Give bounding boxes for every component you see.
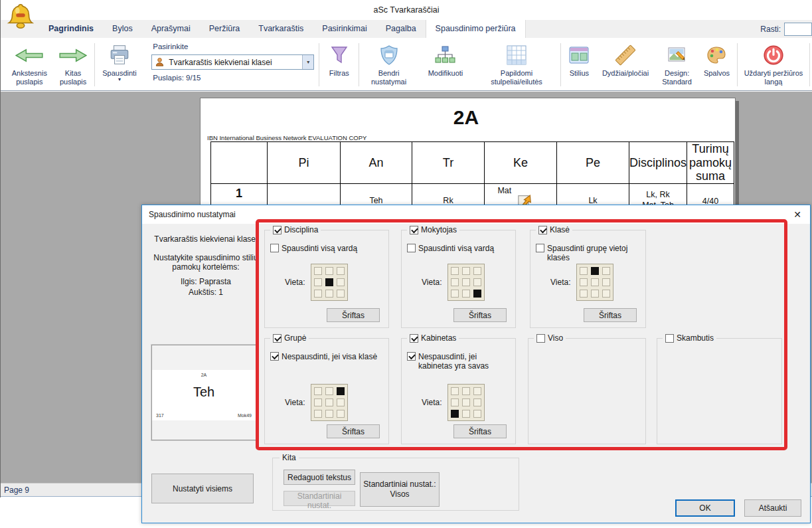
ribbon-separator [809,43,810,86]
disciplina-fullname-checkbox[interactable] [270,244,279,252]
general-settings-button[interactable]: Bendri nustatymai [361,41,416,89]
select-caption: Pasirinkite [153,43,317,50]
ribbon-separator [737,43,738,86]
length-setting: Ilgis: Paprasta [146,277,266,286]
screen: aSc Tvarkaraščiai Pagrindinis Bylos Apra… [0,0,812,528]
prev-page-button[interactable]: Ankstesnis puslapis [5,41,54,89]
extra-columns-button[interactable]: Papildomi stulpeliai/eilutės [475,41,558,89]
title-bar: aSc Tvarkaraščiai [1,0,812,20]
tab-tvarkarastis[interactable]: Tvarkaraštis [249,20,313,38]
design-picture-icon [667,43,688,67]
filter-button[interactable]: Filtras [321,41,357,89]
disciplina-position-grid[interactable] [311,264,348,301]
kabinetas-checkbox[interactable] [410,334,418,343]
hierarchy-icon [434,43,456,67]
tab-pagrindinis[interactable]: Pagrindinis [39,20,103,38]
window-title: aSc Tvarkaraščiai [1,5,812,15]
group-klase: Klasė Spausdinti grupę vietoj klasės Vie… [530,230,646,328]
funnel-icon [329,43,350,67]
grupe-skip-checkbox[interactable] [270,352,279,361]
kabinetas-font-button[interactable]: Šriftas [453,424,507,438]
ruler-icon [614,43,637,67]
timetable-header-row: Pi An Tr Ke Pe Disciplinos Turimųpamokųs… [211,142,734,184]
palette-icon [706,43,727,67]
defaults-all-button[interactable]: Standartiniai nustat.:Visos [360,472,440,507]
kabinetas-position-grid[interactable] [447,384,485,421]
klase-group-checkbox[interactable] [536,244,544,252]
dialog-title: Spausdinimo nustatymai [149,205,810,224]
menu-tab-bar: Pagrindinis Bylos Aprašymai Peržiūra Tva… [1,20,812,38]
page-indicator: Puslapis: 9/15 [153,74,201,82]
timetable-type-dropdown[interactable]: Tvarkaraštis kiekvienai klasei ▾ [151,54,314,70]
tab-perziura[interactable]: Peržiūra [200,20,250,38]
next-page-button[interactable]: Kitas puslapis [54,41,92,89]
close-preview-button[interactable]: Uždaryti peržiūros langą [740,41,807,89]
timetable-select-block: Pasirinkite Tvarkaraštis kiekvienai klas… [142,41,317,89]
mokytojas-checkbox[interactable] [410,226,418,234]
height-setting: Aukštis: 1 [146,288,266,297]
card-teacher: Mok49 [238,413,252,418]
ribbon-toolbar: Ankstesnis puslapis Kitas puslapis [1,38,812,91]
style-panels-icon [568,43,590,67]
klase-checkbox[interactable] [538,226,547,234]
sizes-widths-button[interactable]: Dydžiai/pločiai [596,41,655,89]
tab-bylos[interactable]: Bylos [103,20,142,38]
header-empty [211,142,268,184]
header-pi: Pi [268,142,341,184]
dropdown-arrow-button[interactable]: ▾ [302,55,313,69]
ribbon-separator [94,43,95,86]
group-mokytojas: Mokytojas Spausdinti visą vardą Vieta: Š… [401,230,516,328]
grupe-font-button[interactable]: Šriftas [327,424,380,438]
tab-pasirinkimai[interactable]: Pasirinkimai [313,20,376,38]
arrow-left-icon [15,43,43,67]
grid-icon [506,43,527,67]
print-dropdown-caret[interactable]: ▾ [118,78,121,82]
find-input[interactable] [784,23,812,36]
header-ke: Ke [485,142,557,184]
mokytojas-fullname-checkbox[interactable] [407,244,416,252]
ribbon-separator [359,43,359,86]
mokytojas-font-button[interactable]: Šriftas [453,308,507,322]
modify-button[interactable]: Modifikuoti [416,41,475,89]
header-disciplinos: Disciplinos [629,142,687,184]
group-viso: Viso [528,338,646,444]
card-preview: 2A Teh 317 Mok49 [151,345,256,440]
dialog-close-icon[interactable]: ✕ [789,207,806,222]
klase-font-button[interactable]: Šriftas [584,308,637,322]
kabinetas-skip-checkbox[interactable] [407,352,416,361]
mokytojas-position-grid[interactable] [447,264,485,301]
group-skambutis: Skambutis [657,338,782,444]
defaults-button: Standartiniai nustat. [284,491,355,506]
ok-button[interactable]: OK [675,499,735,517]
cancel-button[interactable]: Atšaukti [744,499,801,517]
colors-button[interactable]: Spalvos [698,41,735,89]
group-kita: Kita Redaguoti tekstus Standartiniai nus… [272,458,519,511]
grupe-checkbox[interactable] [273,334,282,343]
group-disciplina: Disciplina Spausdinti visą vardą Vieta: … [264,230,389,328]
klase-position-grid[interactable] [576,264,613,301]
dialog-title-bar[interactable]: Spausdinimo nustatymai ✕ [142,205,810,224]
disciplina-font-button[interactable]: Šriftas [327,308,380,322]
design-button[interactable]: Design: Standard [655,41,698,89]
app-bell-icon[interactable] [6,3,35,33]
disciplina-checkbox[interactable] [273,226,282,234]
edit-texts-button[interactable]: Redaguoti tekstus [284,470,355,485]
arrow-right-icon [59,43,87,67]
style-button[interactable]: Stilius [563,41,596,89]
tab-aprasymai[interactable]: Aprašymai [142,20,200,38]
dialog-subtitle: Tvarkaraštis kiekvienai klasei [146,234,266,244]
skambutis-checkbox[interactable] [665,334,674,343]
find-box: Rasti: [760,20,812,38]
group-grupe: Grupė Nespausdinti, jei visa klasė Vieta… [264,338,389,444]
print-button[interactable]: Spausdinti ▾ [97,41,143,89]
status-page-label: Page 9 [4,484,29,497]
grupe-position-grid[interactable] [311,384,348,421]
card-subject: Teh [152,385,256,400]
header-pe: Pe [557,142,629,184]
set-for-all-button[interactable]: Nustatyti visiems [151,474,254,503]
tab-pagalba[interactable]: Pagalba [376,20,426,38]
print-settings-dialog: Spausdinimo nustatymai ✕ Tvarkaraštis ki… [141,205,811,523]
ribbon-separator [319,43,319,86]
tab-spausdinimo-perziura[interactable]: Spausdinimo peržiūra [426,20,526,38]
viso-checkbox[interactable] [536,334,545,343]
